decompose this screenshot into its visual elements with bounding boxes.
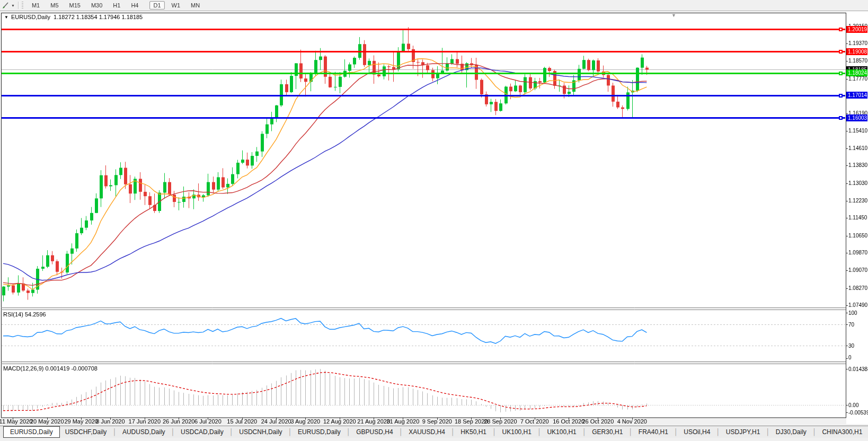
chart-tab-dj30-daily[interactable]: DJ30,Daily <box>770 427 812 437</box>
timeframe-button-W1[interactable]: W1 <box>168 1 184 10</box>
chart-tab-eurusd-daily[interactable]: EURUSD,Daily <box>3 426 60 438</box>
tab-divider: │ <box>537 428 542 436</box>
cursor-tool-icon[interactable] <box>2 1 11 10</box>
timeframe-button-M15[interactable]: M15 <box>66 1 84 10</box>
chart-tab-eurusd-daily[interactable]: EURUSD,Daily <box>293 427 346 437</box>
chart-tab-hk50-h1[interactable]: HK50,H1 <box>455 427 492 437</box>
chart-tabs: EURUSD,DailyUSDCHF,Daily│AUDUSD,Daily│US… <box>0 426 868 438</box>
chart-tab-usdchf-daily[interactable]: USDCHF,Daily <box>60 427 112 437</box>
timeframe-toolbar: ▼ M1M5M15M30H1H4D1W1MN <box>0 0 868 11</box>
tab-divider: │ <box>171 428 176 436</box>
tab-divider: │ <box>715 428 721 436</box>
chart-tab-uk100-h1[interactable]: UK100,H1 <box>542 427 581 437</box>
tab-divider: │ <box>398 428 404 436</box>
price-chart-canvas[interactable] <box>0 0 868 425</box>
toolbar-separator <box>18 2 19 9</box>
tab-divider: │ <box>229 428 234 436</box>
cursor-tool-dropdown-icon[interactable]: ▼ <box>11 4 15 7</box>
chart-tab-usdcad-daily[interactable]: USDCAD,Daily <box>175 427 229 437</box>
chart-tab-usdjpy-h1[interactable]: USDJPY,H1 <box>721 427 765 437</box>
chart-tab-china300-h1[interactable]: CHINA300,H1 <box>817 427 867 437</box>
chart-tab-uk100-h1[interactable]: UK100,H1 <box>497 427 537 437</box>
chart-tab-usdcnh-daily[interactable]: USDCNH,Daily <box>234 427 287 437</box>
tab-divider: │ <box>674 428 679 436</box>
tab-divider: │ <box>492 428 497 436</box>
chart-tab-xauusd-h4[interactable]: XAUUSD,H4 <box>403 427 450 437</box>
tab-divider: │ <box>288 428 293 436</box>
tab-divider: │ <box>582 428 587 436</box>
chart-tab-ger30-h1[interactable]: GER30,H1 <box>587 427 628 437</box>
timeframe-button-MN[interactable]: MN <box>187 1 203 10</box>
chart-tab-bar: EURUSD,DailyUSDCHF,Daily│AUDUSD,Daily│US… <box>0 426 868 438</box>
chart-tab-gbpusd-h4[interactable]: GBPUSD,H4 <box>351 427 398 437</box>
chart-tab-audusd-daily[interactable]: AUDUSD,Daily <box>117 427 171 437</box>
tab-divider: │ <box>628 428 633 436</box>
tab-divider: │ <box>346 428 351 436</box>
tab-divider: │ <box>450 428 456 436</box>
tab-divider: │ <box>112 428 117 436</box>
timeframe-button-M5[interactable]: M5 <box>47 1 62 10</box>
timeframe-button-H1[interactable]: H1 <box>109 1 124 10</box>
tab-divider: │ <box>812 428 817 436</box>
timeframe-buttons: M1M5M15M30H1H4D1W1MN <box>26 2 205 9</box>
timeframe-button-M30[interactable]: M30 <box>87 1 106 10</box>
timeframe-button-M1[interactable]: M1 <box>28 1 43 10</box>
timeframe-button-D1[interactable]: D1 <box>149 1 164 10</box>
tab-divider: │ <box>765 428 770 436</box>
timeframe-button-H4[interactable]: H4 <box>127 1 142 10</box>
toolbar-grip-handle[interactable] <box>22 2 23 9</box>
chart-tab-usoil-h4[interactable]: USOil,H4 <box>678 427 715 437</box>
chart-tab-fra40-h1[interactable]: FRA40,H1 <box>633 427 674 437</box>
mt4-terminal: { "toolbar": { "timeframes": ["M1","M5",… <box>0 0 868 441</box>
